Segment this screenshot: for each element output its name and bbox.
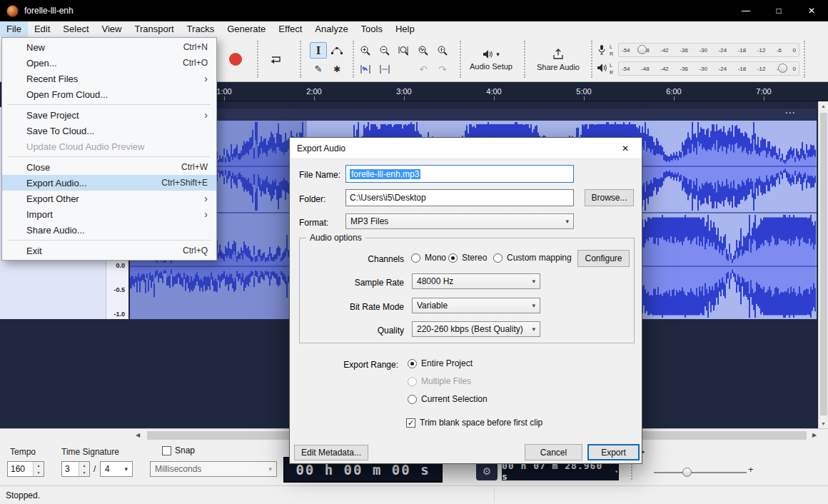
timeline-label: 6:00: [666, 87, 681, 96]
playback-meter[interactable]: -54 -48 -42 -36 -30 -24 -18 -12 -6 0: [618, 61, 799, 76]
play-speed-slider[interactable]: [654, 472, 747, 473]
menu-tracks[interactable]: Tracks: [181, 21, 221, 37]
redo-button[interactable]: ↷: [434, 61, 451, 77]
clip-menu-icon[interactable]: ⋯: [784, 106, 797, 119]
menu-file[interactable]: File: [0, 21, 28, 37]
menu-item-exit[interactable]: Exit Ctrl+Q: [2, 243, 216, 258]
dialog-title-bar[interactable]: Export Audio ✕: [290, 138, 642, 159]
scroll-right-icon[interactable]: ▶: [812, 432, 817, 438]
undo-button[interactable]: ↶: [415, 61, 432, 77]
audio-options-label: Audio options: [306, 233, 365, 243]
file-name-input[interactable]: forelle-lll-enh.mp3: [345, 165, 574, 183]
menu-select[interactable]: Select: [56, 21, 95, 37]
zoom-in-button[interactable]: [357, 42, 374, 59]
recording-volume-slider[interactable]: [637, 45, 647, 54]
play-speed-plus[interactable]: +: [748, 464, 754, 475]
spin-up-icon[interactable]: ▲: [34, 462, 44, 469]
edit-metadata-button[interactable]: Edit Metadata...: [294, 445, 368, 460]
menu-item-new[interactable]: New Ctrl+N: [2, 39, 216, 55]
menu-item-export-other[interactable]: Export Other ›: [2, 191, 216, 206]
radio-entire-project[interactable]: Entire Project: [408, 358, 473, 368]
trim-audio-button[interactable]: [357, 61, 374, 77]
browse-button[interactable]: Browse...: [585, 189, 634, 206]
selection-tool-button[interactable]: I: [310, 42, 327, 59]
envelope-tool-button[interactable]: [328, 42, 345, 59]
zoom-fit-project-button[interactable]: [415, 42, 432, 59]
toolbar-grip[interactable]: [300, 41, 301, 78]
scroll-left-icon[interactable]: ◀: [136, 432, 140, 438]
menu-transport[interactable]: Transport: [128, 21, 180, 37]
menu-tools[interactable]: Tools: [355, 21, 389, 37]
time-signature-upper-spinner[interactable]: 3 ▲ ▼: [61, 461, 90, 477]
bit-rate-mode-select[interactable]: Variable ▾: [412, 298, 540, 313]
trim-checkbox[interactable]: ✓ Trim blank space before first clip: [406, 418, 542, 428]
menu-view[interactable]: View: [96, 21, 128, 37]
format-select[interactable]: MP3 Files ▾: [345, 213, 574, 229]
menu-edit[interactable]: Edit: [28, 21, 56, 37]
toolbar-grip[interactable]: [353, 41, 354, 78]
menu-analyze[interactable]: Analyze: [308, 21, 354, 37]
record-button[interactable]: [226, 50, 246, 69]
snap-mode-select[interactable]: Milliseconds ▾: [150, 461, 277, 477]
radio-current-selection[interactable]: Current Selection: [408, 394, 488, 404]
play-speed-slider-thumb[interactable]: [682, 468, 692, 477]
time-signature-lower-select[interactable]: 4 ▾: [100, 461, 133, 477]
multi-tool-button[interactable]: ✱: [328, 61, 345, 77]
dialog-close-button[interactable]: ✕: [609, 138, 642, 159]
snap-checkbox[interactable]: Snap: [162, 445, 195, 455]
quality-select[interactable]: 220-260 kbps (Best Quality) ▾: [412, 321, 540, 337]
menu-item-import[interactable]: Import ›: [2, 206, 216, 222]
radio-mono[interactable]: Mono: [411, 253, 446, 263]
menu-item-open-from-cloud[interactable]: Open From Cloud...: [2, 86, 216, 102]
toolbar-grip[interactable]: [460, 41, 461, 78]
close-button[interactable]: ✕: [795, 0, 828, 21]
spin-down-icon[interactable]: ▼: [34, 469, 44, 476]
time-display-settings-button[interactable]: ⚙: [476, 462, 498, 480]
toolbar-grip[interactable]: [257, 41, 258, 78]
menu-item-open[interactable]: Open... Ctrl+O: [2, 55, 216, 71]
scroll-down-icon[interactable]: ▼: [821, 421, 826, 426]
menu-item-export-audio[interactable]: Export Audio... Ctrl+Shift+E: [2, 175, 216, 191]
radio-stereo[interactable]: Stereo: [448, 253, 487, 263]
configure-button[interactable]: Configure: [577, 250, 630, 267]
vertical-scroll-thumb[interactable]: [820, 113, 827, 415]
position-time-display[interactable]: 00 h 07 m 28.960 s ▾: [502, 462, 619, 480]
cancel-button[interactable]: Cancel: [525, 444, 582, 460]
share-audio-button[interactable]: Share Audio: [528, 40, 588, 79]
scroll-up-icon[interactable]: ▲: [821, 104, 826, 109]
maximize-button[interactable]: □: [762, 0, 795, 21]
audio-setup-button[interactable]: ▾ Audio Setup: [464, 40, 518, 79]
menu-item-recent-files[interactable]: Recent Files ›: [2, 71, 216, 86]
spin-down-icon[interactable]: ▼: [79, 469, 89, 476]
menu-item-share-audio[interactable]: Share Audio...: [2, 222, 216, 238]
clip-header[interactable]: ⋯: [130, 109, 817, 121]
toolbar-grip[interactable]: [524, 41, 525, 78]
zoom-fit-selection-button[interactable]: [395, 42, 413, 59]
toolbar-grip[interactable]: [804, 41, 805, 78]
radio-custom-mapping[interactable]: Custom mapping: [493, 253, 572, 263]
zoom-out-button[interactable]: [376, 42, 393, 59]
export-button[interactable]: Export: [587, 444, 640, 460]
minimize-button[interactable]: —: [729, 0, 762, 21]
zoom-toggle-button[interactable]: [434, 42, 451, 59]
draw-tool-button[interactable]: ✎: [310, 61, 327, 77]
check-icon: ✓: [408, 418, 414, 428]
menu-item-save-to-cloud[interactable]: Save To Cloud...: [2, 123, 216, 138]
current-selection-label: Current Selection: [421, 394, 488, 404]
playback-volume-slider[interactable]: [778, 64, 787, 73]
vertical-scrollbar[interactable]: ▲ ▼: [818, 101, 828, 428]
tempo-spinner[interactable]: 160 ▲ ▼: [7, 461, 44, 477]
silence-audio-button[interactable]: [376, 61, 393, 77]
folder-input[interactable]: C:\Users\i5\Desktop: [345, 189, 574, 206]
sample-rate-select[interactable]: 48000 Hz ▾: [412, 273, 540, 289]
menu-item-label: Import: [26, 209, 53, 220]
spin-up-icon[interactable]: ▲: [79, 462, 89, 469]
export-label: Export: [601, 448, 626, 458]
menu-help[interactable]: Help: [389, 21, 421, 37]
menu-effect[interactable]: Effect: [272, 21, 308, 37]
menu-item-close[interactable]: Close Ctrl+W: [2, 159, 216, 175]
menu-item-save-project[interactable]: Save Project ›: [2, 107, 216, 123]
toolbar-grip[interactable]: [591, 41, 592, 78]
loop-button[interactable]: [266, 50, 286, 69]
menu-generate[interactable]: Generate: [221, 21, 272, 37]
